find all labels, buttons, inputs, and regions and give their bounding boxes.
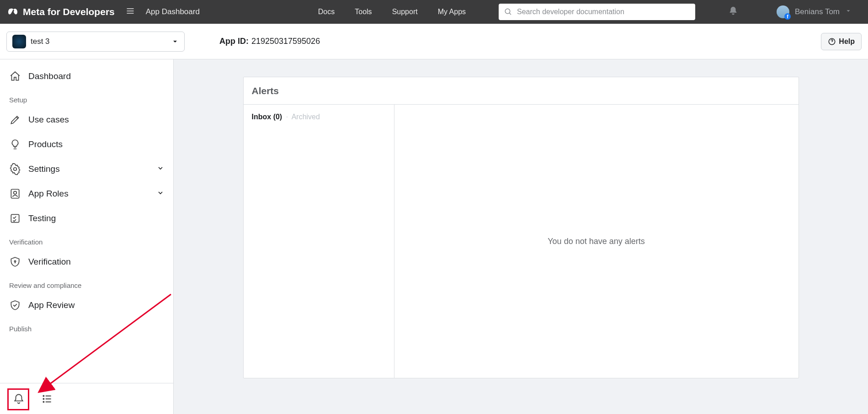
topbar: Meta for Developers App Dashboard Docs T…	[0, 0, 868, 24]
nav-support[interactable]: Support	[392, 8, 418, 16]
appbar: test 3 App ID: 219250317595026 Help	[0, 24, 868, 59]
nav-docs[interactable]: Docs	[318, 8, 335, 16]
svg-rect-5	[11, 214, 19, 222]
sidebar-item-label: App Roles	[28, 189, 69, 199]
user-name: Benians Tom	[795, 7, 840, 16]
svg-point-9	[43, 401, 44, 402]
sidebar-item-products[interactable]: Products	[0, 132, 173, 157]
app-id-label: App ID:	[219, 37, 249, 46]
tab-separator: ·	[286, 113, 288, 121]
main-split: Dashboard Setup Use cases Products Setti…	[0, 59, 868, 414]
empty-state-text: You do not have any alerts	[548, 237, 645, 246]
sidebar-item-label: Dashboard	[28, 71, 71, 81]
svg-rect-3	[11, 189, 19, 198]
sidebar-item-appreview[interactable]: App Review	[0, 293, 173, 318]
section-verification: Verification	[0, 231, 173, 249]
sidebar-item-label: Verification	[28, 257, 71, 267]
sidebar-item-label: Testing	[28, 213, 56, 223]
side-menu: Dashboard Setup Use cases Products Setti…	[0, 59, 173, 383]
sidebar-item-usecases[interactable]: Use cases	[0, 107, 173, 132]
gear-icon	[9, 163, 21, 175]
panel-title: Alerts	[244, 77, 799, 105]
home-icon	[9, 70, 21, 82]
alerts-inbox-column: Inbox (0) · Archived	[244, 105, 394, 378]
checklist-icon	[9, 212, 21, 224]
nav-myapps[interactable]: My Apps	[438, 8, 466, 16]
svg-point-4	[14, 191, 17, 195]
section-setup: Setup	[0, 89, 173, 107]
bulb-icon	[9, 138, 21, 150]
pencil-icon	[9, 114, 21, 126]
svg-point-0	[505, 9, 510, 14]
caret-down-icon	[845, 8, 852, 16]
sidebar-item-settings[interactable]: Settings	[0, 157, 173, 181]
badge-icon	[9, 188, 21, 200]
sidebar-item-label: Settings	[28, 164, 60, 174]
svg-point-7	[43, 395, 44, 396]
meta-icon	[7, 6, 18, 17]
chevron-down-icon	[157, 189, 164, 199]
sidebar-item-verification[interactable]: Verification	[0, 249, 173, 274]
tab-archived[interactable]: Archived	[292, 113, 320, 121]
svg-point-2	[14, 168, 17, 171]
chevron-down-icon	[157, 164, 164, 174]
sidebar-item-label: Products	[28, 139, 63, 149]
alerts-bell-button[interactable]	[10, 390, 27, 408]
caret-down-icon	[171, 38, 179, 45]
sidebar-item-label: App Review	[28, 300, 75, 310]
bell-icon	[13, 393, 25, 405]
meta-logo[interactable]: Meta for Developers	[7, 6, 115, 17]
app-id-value: 219250317595026	[251, 37, 320, 46]
svg-point-6	[14, 260, 16, 262]
panel-body: Inbox (0) · Archived You do not have any…	[244, 105, 799, 378]
search-icon	[504, 8, 512, 16]
app-icon	[12, 35, 26, 48]
sidebar-item-dashboard[interactable]: Dashboard	[0, 64, 173, 89]
user-menu[interactable]: f Benians Tom	[777, 5, 852, 18]
app-id: App ID: 219250317595026	[219, 37, 320, 46]
hamburger-icon[interactable]	[126, 6, 135, 17]
notifications-button[interactable]	[728, 6, 738, 18]
brand-text: Meta for Developers	[23, 6, 115, 17]
alerts-panel: Alerts Inbox (0) · Archived You do not h…	[243, 77, 799, 378]
sidebar-item-approles[interactable]: App Roles	[0, 181, 173, 206]
sidebar-item-label: Use cases	[28, 115, 69, 125]
content-area: Alerts Inbox (0) · Archived You do not h…	[174, 59, 868, 414]
help-button[interactable]: Help	[821, 33, 862, 50]
search-input[interactable]	[517, 8, 690, 16]
alerts-tabs: Inbox (0) · Archived	[244, 105, 394, 129]
shield-check-icon	[9, 299, 21, 311]
sidebar: Dashboard Setup Use cases Products Setti…	[0, 59, 174, 414]
topnav: Docs Tools Support My Apps f Benians Tom	[318, 4, 861, 20]
search-box[interactable]	[499, 4, 695, 20]
list-icon	[41, 393, 53, 405]
breadcrumb: App Dashboard	[146, 7, 200, 16]
sidebar-item-testing[interactable]: Testing	[0, 206, 173, 231]
section-review: Review and compliance	[0, 274, 173, 293]
shield-icon	[9, 256, 21, 268]
tab-inbox[interactable]: Inbox (0)	[252, 113, 282, 121]
activity-log-button[interactable]	[38, 390, 56, 408]
sidebar-footer	[0, 383, 173, 414]
section-publish: Publish	[0, 318, 173, 336]
help-icon	[828, 37, 836, 46]
help-label: Help	[839, 37, 855, 46]
alerts-detail: You do not have any alerts	[394, 105, 799, 378]
svg-point-8	[43, 398, 44, 399]
nav-tools[interactable]: Tools	[355, 8, 372, 16]
app-selector[interactable]: test 3	[6, 32, 185, 52]
avatar: f	[777, 5, 789, 18]
app-name: test 3	[31, 37, 167, 46]
